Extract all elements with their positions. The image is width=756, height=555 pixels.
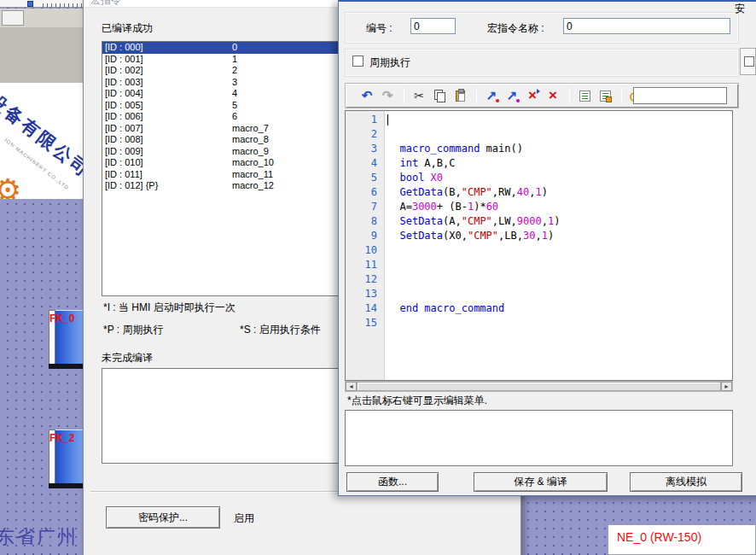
note-condition: *S : 启用执行条件 [240,323,321,337]
ne0-label: NE_0 (RW-150) [617,530,701,544]
line-number: 6 [346,185,384,200]
text-caret [387,114,388,126]
corner-partial-label: 安 [735,2,745,16]
paste-glyph [456,91,465,102]
screen-object-fk0[interactable]: FK_0 [49,310,83,369]
save-compile-button[interactable]: 保存 & 编译 [474,472,608,492]
copy-icon[interactable] [430,86,449,105]
code-line[interactable]: SetData(X0,"CMP",LB,30,1) [387,229,732,243]
screen-object-fk2[interactable]: FK_2 [49,429,83,488]
line-number: 3 [346,142,384,156]
hscrollbar-thumb[interactable] [357,382,721,391]
horizontal-ruler [0,0,83,8]
line-number: 8 [346,214,384,229]
code-line[interactable]: end macro_command [387,301,732,316]
goto-line-icon[interactable] [575,86,594,105]
fk2-label: FK_2 [49,432,74,444]
scroll-right-arrow[interactable]: ► [721,382,732,391]
scroll-left-arrow[interactable]: ◄ [346,382,357,391]
compiled-label: 已编译成功 [102,21,153,36]
editor-hscrollbar[interactable]: ◄ ► [345,381,733,392]
macro-number-input[interactable] [410,18,456,34]
partial-checkbox[interactable] [744,56,754,67]
code-line[interactable]: bool X0 [387,171,732,185]
compile-message-box [345,410,733,466]
macro-name-input[interactable] [563,18,730,34]
trace-macro-icon[interactable]: ↗ [503,86,521,105]
lines-glyph [579,91,590,102]
code-line[interactable] [387,258,732,272]
left-toolbox-chip [2,10,24,26]
desktop: 设备有限公司 ION MACHINERY CO.,LTD ⚙ FK_0 FK_2… [0,0,756,555]
code-area[interactable]: macro_command main() int A,B,C bool X0 G… [385,111,732,380]
line-number: 2 [346,127,384,142]
line-number: 10 [346,243,384,258]
delete-macro-icon[interactable]: × [544,86,562,105]
editor-hint: *点击鼠标右键可显示编辑菜单. [347,394,487,408]
code-line[interactable] [387,113,732,127]
lines-glyph [600,91,611,102]
company-logo[interactable]: 设备有限公司 ION MACHINERY CO.,LTD ⚙ [0,83,83,199]
code-line[interactable] [387,316,732,330]
periodic-checkbox-label: 周期执行 [369,56,410,70]
code-line[interactable]: SetData(A,"CMP",LW,9000,1) [387,214,732,229]
line-number: 11 [346,258,384,272]
screen-object-ne0[interactable]: NE_0 (RW-150) [608,524,756,555]
stop-macro-icon[interactable]: × [523,86,542,105]
macro-number-label: 编号 : [366,21,393,36]
ruler-origin-icon [27,1,33,7]
code-line[interactable] [387,243,732,258]
fk2-shadow [49,483,83,488]
line-number: 7 [346,200,384,214]
line-number: 12 [346,272,384,287]
fk0-label: FK_0 [49,313,74,324]
functions-button[interactable]: 函数... [346,472,439,492]
toolbar-search-input[interactable] [633,87,727,104]
line-number-gutter: 123456789101112131415 [346,111,385,380]
code-line[interactable]: GetData(B,"CMP",RW,40,1) [387,185,732,200]
canvas-city-text: 东省广州 [0,524,78,550]
left-toolbox-panel [0,9,83,83]
copy-glyph [434,90,445,102]
editor-toolbar: ↶ ↷ ✂ ↗ ↗ × × [345,83,739,108]
note-periodic: *P : 周期执行 [103,323,163,337]
code-line[interactable] [387,127,732,142]
toolbar-separator [404,88,404,103]
note-startup: *I : 当 HMI 启动时即执行一次 [103,301,236,315]
line-number: 4 [346,156,384,171]
line-number: 5 [346,171,384,185]
code-editor[interactable]: 123456789101112131415 macro_command main… [345,110,733,381]
periodic-checkbox[interactable] [352,56,363,67]
code-line[interactable]: macro_command main() [387,142,732,156]
undo-icon[interactable]: ↶ [358,86,376,105]
paste-icon[interactable] [451,86,469,105]
code-line[interactable]: int A,B,C [387,156,732,171]
uncompiled-label: 未完成编译 [102,351,153,365]
fk0-shadow [49,364,83,369]
toolbar-separator [476,88,477,103]
line-list-icon[interactable] [596,86,614,105]
macro-name-label: 宏指令名称 : [487,21,544,36]
line-number: 15 [346,316,384,330]
line-number: 9 [346,229,384,243]
cut-icon[interactable]: ✂ [410,86,428,105]
ruler-ticks [43,3,82,8]
offline-sim-button[interactable]: 离线模拟 [630,472,742,492]
code-line[interactable] [387,272,732,287]
line-number: 13 [346,287,384,301]
code-line[interactable]: A=3000+ (B-1)*60 [387,200,732,214]
password-status-label: 启用 [234,511,254,526]
gear-icon: ⚙ [0,175,21,199]
redo-icon[interactable]: ↷ [378,86,397,105]
toolbar-separator [569,88,570,103]
macro-editor-dialog: 编号 : 宏指令名称 : 周期执行 ↶ ↷ ✂ ↗ ↗ × × 1234 [338,0,756,496]
right-edge-partial-panel [740,48,756,75]
run-macro-icon[interactable]: ↗ [482,86,501,105]
line-number: 1 [346,113,384,127]
code-line[interactable] [387,287,732,301]
password-protect-button[interactable]: 密码保护... [106,506,220,529]
line-number: 14 [346,301,384,316]
toolbar-separator [621,88,622,103]
